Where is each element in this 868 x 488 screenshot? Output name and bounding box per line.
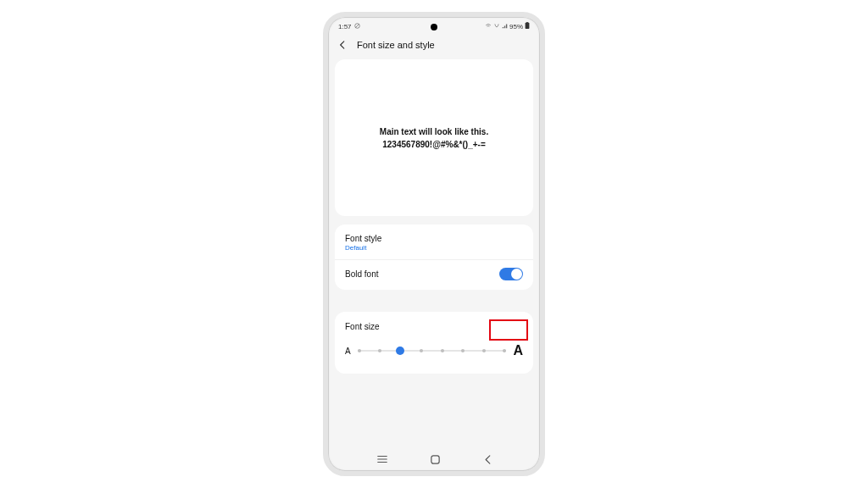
page-header: Font size and style [330, 34, 538, 59]
phone-frame: 1:57 95% [323, 12, 545, 476]
bold-font-label: Bold font [345, 269, 378, 279]
volte-icon [493, 23, 500, 30]
status-time: 1:57 [338, 23, 352, 30]
navigation-bar [330, 449, 538, 469]
font-size-slider[interactable]: A [345, 343, 523, 358]
slider-dots [358, 349, 507, 352]
font-preview-card: Main text will look like this. 123456789… [335, 59, 533, 216]
camera-punch-icon [431, 24, 437, 30]
slider-tick [482, 349, 486, 352]
bold-font-toggle[interactable] [499, 268, 523, 280]
small-a-icon: A [345, 347, 351, 356]
slider-tick [503, 349, 506, 352]
back-icon[interactable] [337, 39, 348, 51]
preview-line1: Main text will look like this. [380, 125, 488, 138]
preview-line2: 1234567890!@#%&*()_+-= [380, 138, 488, 151]
font-settings-card: Font style Default Bold font [335, 225, 533, 290]
slider-tick [378, 349, 381, 352]
signal-icon [502, 23, 508, 30]
font-size-card: Font size A [335, 312, 533, 374]
svg-line-1 [355, 24, 359, 27]
slider-tick [358, 349, 361, 352]
battery-icon [525, 22, 530, 30]
do-not-disturb-icon [354, 23, 360, 30]
content-area: Main text will look like this. 123456789… [330, 59, 538, 449]
bold-font-row[interactable]: Bold font [335, 259, 533, 288]
font-style-label: Font style [345, 234, 381, 243]
slider-thumb[interactable] [396, 347, 404, 355]
slider-tick [420, 349, 423, 352]
page-title: Font size and style [357, 40, 435, 50]
font-style-value: Default [345, 244, 381, 252]
screen: 1:57 95% [330, 19, 538, 469]
battery-text: 95% [509, 23, 523, 30]
font-size-label: Font size [345, 322, 523, 331]
font-style-row[interactable]: Font style Default [335, 226, 533, 259]
slider-track[interactable] [358, 346, 507, 356]
slider-tick [461, 349, 465, 352]
back-button[interactable] [483, 454, 492, 465]
slider-tick [441, 349, 444, 352]
large-a-icon: A [513, 343, 523, 358]
home-button[interactable] [430, 454, 441, 465]
svg-rect-3 [526, 23, 530, 29]
recents-button[interactable] [376, 454, 388, 464]
toggle-knob-icon [511, 269, 522, 280]
svg-rect-2 [526, 22, 528, 23]
wifi-call-icon [485, 23, 492, 30]
svg-rect-7 [431, 455, 439, 463]
